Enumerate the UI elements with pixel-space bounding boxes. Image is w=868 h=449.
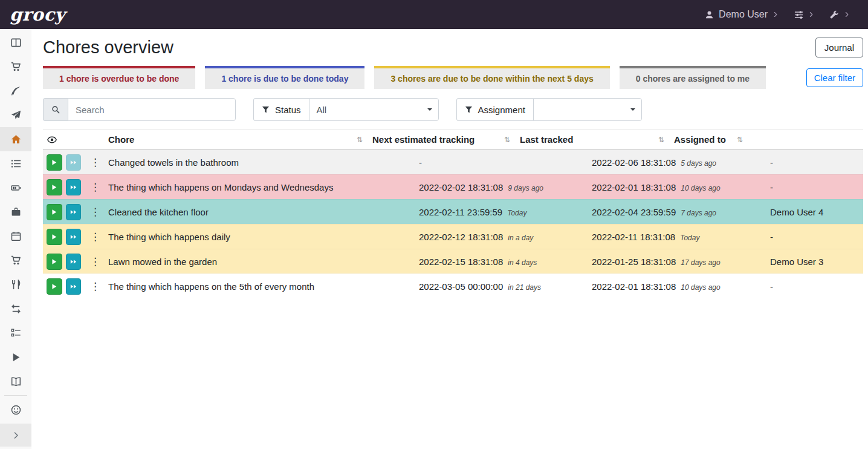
column-header-next-tracking[interactable]: Next estimated tracking ⇅ xyxy=(368,130,515,149)
filter-card-due-today[interactable]: 1 chore is due to be done today xyxy=(205,66,364,89)
next-tracking-cell: 2022-02-11 23:59:59 Today xyxy=(414,207,587,217)
status-select[interactable]: All xyxy=(309,98,439,121)
last-tracked-relative: Today xyxy=(680,234,699,242)
fast-forward-icon xyxy=(70,159,77,166)
admin-menu[interactable] xyxy=(830,10,850,19)
status-filter-group: Status All xyxy=(253,98,439,121)
table-header: Chore ⇅ Next estimated tracking ⇅ Last t… xyxy=(43,129,863,149)
row-menu-button[interactable]: ⋮ xyxy=(90,157,99,168)
last-tracked-relative: 10 days ago xyxy=(681,184,720,192)
sidebar-item-user-entities[interactable] xyxy=(0,398,31,422)
sidebar-item-recipes[interactable] xyxy=(0,79,31,103)
chore-name: The thing which happens on Mondays and W… xyxy=(103,182,414,192)
column-visibility-button[interactable] xyxy=(43,130,103,149)
column-header-chore[interactable]: Chore ⇅ xyxy=(103,130,368,149)
next-tracking-time: - xyxy=(419,157,422,168)
search-input[interactable] xyxy=(68,98,236,121)
next-tracking-relative: Today xyxy=(507,209,526,217)
sort-icon: ⇅ xyxy=(658,136,664,144)
user-menu-label: Demo User xyxy=(719,9,768,20)
column-header-last-tracked[interactable]: Last tracked ⇅ xyxy=(515,130,669,149)
skip-chore-button[interactable] xyxy=(66,204,82,220)
chore-name: The thing which happens on the 5th of ev… xyxy=(103,281,414,292)
row-menu-button[interactable]: ⋮ xyxy=(90,182,99,192)
row-menu-button[interactable]: ⋮ xyxy=(90,207,99,217)
sidebar-item-batteries-overview[interactable] xyxy=(0,175,31,200)
last-tracked-cell: 2022-01-25 18:31:08 17 days ago xyxy=(587,257,763,267)
last-tracked-time: 2022-01-25 18:31:08 xyxy=(592,257,676,267)
sidebar-item-shopping-list[interactable] xyxy=(0,54,31,79)
last-tracked-time: 2022-02-01 18:31:08 xyxy=(592,182,676,192)
assignment-select[interactable] xyxy=(533,98,642,121)
track-chore-button[interactable] xyxy=(47,204,62,220)
sidebar-divider xyxy=(4,395,27,396)
sidebar-item-meal-plan[interactable] xyxy=(0,103,31,127)
sidebar-item-inventory[interactable] xyxy=(0,321,31,345)
sidebar-expand-toggle[interactable] xyxy=(0,424,31,447)
column-header-assigned-to[interactable]: Assigned to ⇅ xyxy=(669,130,748,149)
track-chore-button[interactable] xyxy=(47,254,62,270)
table-row: ⋮ The thing which happens on the 5th of … xyxy=(43,274,863,298)
last-tracked-relative: 5 days ago xyxy=(681,159,716,168)
last-tracked-cell: 2022-02-01 18:31:08 10 days ago xyxy=(587,281,763,292)
column-header-label: Assigned to xyxy=(674,134,726,145)
shopping-cart-icon xyxy=(11,62,21,72)
skip-chore-button[interactable] xyxy=(66,254,82,270)
quill-icon xyxy=(11,86,21,96)
sidebar-item-stock-overview[interactable] xyxy=(0,30,31,54)
chevron-right-icon xyxy=(844,11,850,18)
play-icon xyxy=(51,234,57,240)
track-chore-button[interactable] xyxy=(47,154,62,171)
row-actions: ⋮ xyxy=(43,179,103,195)
briefcase-icon xyxy=(11,207,21,217)
fast-forward-icon xyxy=(70,258,77,265)
app-logo[interactable]: grocy xyxy=(10,0,65,29)
table-row: ⋮ The thing which happens on Mondays and… xyxy=(43,174,863,199)
sidebar-item-purchase[interactable] xyxy=(0,248,31,272)
row-menu-button[interactable]: ⋮ xyxy=(90,257,99,267)
chevron-right-icon xyxy=(808,11,814,18)
assignment-filter-label: Assignment xyxy=(456,98,533,121)
play-icon xyxy=(51,283,57,290)
skip-chore-button[interactable] xyxy=(66,179,82,195)
row-menu-button[interactable]: ⋮ xyxy=(90,232,99,242)
row-actions: ⋮ xyxy=(43,254,103,270)
journal-button[interactable]: Journal xyxy=(815,38,863,57)
sidebar-item-equipment[interactable] xyxy=(0,200,31,224)
sidebar-item-tasks[interactable] xyxy=(0,151,31,175)
settings-menu[interactable] xyxy=(794,10,814,19)
next-tracking-relative: in 4 days xyxy=(508,258,537,267)
skip-chore-button[interactable] xyxy=(66,229,82,245)
next-tracking-time: 2022-02-15 18:31:08 xyxy=(419,257,503,267)
user-icon xyxy=(705,10,714,19)
sidebar-item-chores-overview[interactable] xyxy=(0,127,31,151)
sidebar-item-chore-tracking[interactable] xyxy=(0,345,31,369)
track-chore-button[interactable] xyxy=(47,278,62,295)
row-menu-button[interactable]: ⋮ xyxy=(90,281,99,292)
assigned-to-cell: Demo User 3 xyxy=(763,257,863,267)
assignment-filter-group: Assignment xyxy=(456,98,642,121)
sidebar-item-battery-tracking[interactable] xyxy=(0,369,31,393)
status-filter-row: 1 chore is overdue to be done 1 chore is… xyxy=(43,66,863,89)
filter-card-assigned-me[interactable]: 0 chores are assigned to me xyxy=(620,66,766,89)
last-tracked-time: 2022-02-01 18:31:08 xyxy=(592,281,676,292)
track-chore-button[interactable] xyxy=(47,229,62,245)
sort-icon: ⇅ xyxy=(504,136,510,144)
clear-filter-button[interactable]: Clear filter xyxy=(806,68,863,87)
track-chore-button[interactable] xyxy=(47,179,62,195)
sidebar-item-consume[interactable] xyxy=(0,272,31,297)
row-actions: ⋮ xyxy=(43,229,103,245)
shopping-cart-icon xyxy=(11,255,21,266)
table-row: ⋮ Cleaned the kitchen floor 2022-02-11 2… xyxy=(43,199,863,224)
play-icon xyxy=(11,352,21,362)
filter-card-overdue[interactable]: 1 chore is overdue to be done xyxy=(43,66,195,89)
next-tracking-relative: in a day xyxy=(508,234,533,242)
sidebar-item-transfer[interactable] xyxy=(0,297,31,321)
user-menu[interactable]: Demo User xyxy=(705,9,779,20)
sidebar-item-calendar[interactable] xyxy=(0,224,31,248)
search-icon-box xyxy=(43,98,68,121)
last-tracked-cell: 2022-02-01 18:31:08 10 days ago xyxy=(587,182,763,192)
skip-chore-button[interactable] xyxy=(66,278,82,295)
filter-card-due-soon[interactable]: 3 chores are due to be done within the n… xyxy=(374,66,609,89)
play-icon xyxy=(51,184,57,191)
